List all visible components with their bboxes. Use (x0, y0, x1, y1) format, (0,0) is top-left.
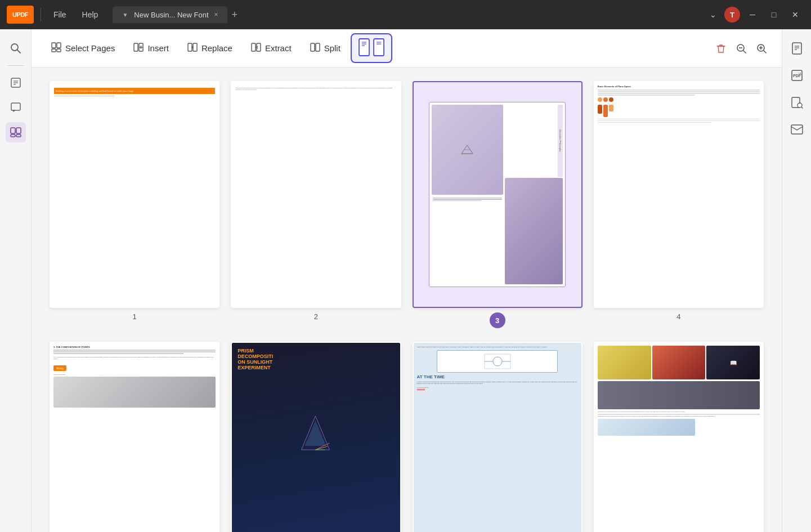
select-pages-button[interactable]: Select Pages (43, 37, 123, 60)
replace-label: Replace (201, 43, 232, 53)
zoom-out-button[interactable] (732, 39, 750, 57)
content-area: Select Pages Insert (32, 29, 782, 532)
sidebar-edit-icon[interactable] (6, 73, 26, 93)
organize-pages-icon (359, 38, 384, 59)
svg-rect-23 (311, 43, 315, 51)
page-item-5[interactable]: 3. THE COMPOSITION OF POINTS The composi… (50, 342, 219, 532)
svg-line-1 (17, 50, 20, 53)
left-sidebar (0, 29, 32, 532)
svg-rect-14 (57, 49, 61, 52)
maximize-button[interactable]: □ (765, 6, 783, 24)
sidebar-search-icon[interactable] (6, 38, 26, 59)
page-thumbnail-1[interactable]: Building environment information modelin… (50, 81, 219, 308)
insert-button[interactable]: Insert (125, 37, 177, 60)
close-button[interactable]: ✕ (786, 6, 804, 24)
svg-rect-21 (252, 43, 256, 51)
page-thumbnail-2[interactable]: If the process of 3D3 collector and prot… (231, 81, 401, 308)
select-pages-label: Select Pages (65, 43, 115, 53)
page-item-2[interactable]: If the process of 3D3 collector and prot… (231, 81, 401, 328)
split-icon (310, 42, 321, 55)
svg-rect-11 (52, 43, 56, 48)
svg-rect-9 (11, 135, 15, 137)
page-grid-container[interactable]: Building environment information modelin… (32, 68, 782, 532)
svg-rect-19 (188, 43, 192, 51)
page-thumbnail-6[interactable]: PRISMDECOMPOSITION SUNLIGHTEXPERIMENT (231, 342, 401, 532)
right-sidebar-search-doc-icon[interactable] (787, 92, 807, 113)
titlebar-right: ⌄ T ─ □ ✕ (705, 6, 804, 24)
svg-rect-6 (11, 103, 20, 110)
svg-rect-8 (16, 128, 21, 133)
svg-point-49 (493, 357, 502, 366)
extract-icon (250, 42, 262, 55)
current-tab[interactable]: ▼ New Busin... New Font × (113, 6, 227, 23)
titlebar: UPDF File Help ▼ New Busin... New Font ×… (0, 0, 811, 29)
right-sidebar-pdfa-icon[interactable]: PDF /A (787, 65, 807, 86)
svg-marker-40 (461, 145, 473, 154)
zoom-in-button[interactable] (752, 39, 770, 57)
page-thumbnail-4[interactable]: Basic Elements of Plane Space (594, 81, 764, 308)
tab-close-icon[interactable]: × (213, 10, 219, 20)
page-number-1: 1 (133, 312, 137, 321)
svg-rect-7 (11, 128, 15, 133)
svg-rect-20 (193, 43, 197, 51)
file-menu[interactable]: File (48, 8, 72, 21)
svg-rect-27 (374, 39, 384, 56)
page-thumbnail-3[interactable]: Geometric Philosophy (413, 81, 583, 308)
page-item-3[interactable]: Geometric Philosophy 3 (413, 81, 583, 328)
window-menu-icon[interactable]: ⌄ (705, 8, 721, 21)
app-logo: UPDF (7, 6, 34, 24)
svg-rect-10 (16, 135, 21, 137)
page-thumbnail-7[interactable]: These studies laid the foundation for th… (413, 342, 583, 532)
tab-title: New Busin... New Font (134, 11, 208, 19)
user-avatar[interactable]: T (724, 7, 740, 23)
right-sidebar-document-icon[interactable] (787, 38, 807, 59)
svg-rect-15 (134, 43, 138, 51)
page-number-4: 4 (676, 312, 680, 321)
insert-label: Insert (147, 43, 169, 53)
page-item-7[interactable]: These studies laid the foundation for th… (413, 342, 583, 532)
right-sidebar: PDF /A (782, 29, 811, 532)
insert-icon (133, 42, 144, 55)
page-number-badge-3: 3 (490, 312, 505, 328)
sidebar-organize-icon[interactable] (6, 122, 26, 142)
titlebar-divider (41, 8, 41, 21)
main-container: Select Pages Insert (0, 29, 811, 532)
split-label: Split (324, 43, 340, 53)
svg-line-35 (743, 51, 746, 53)
replace-icon (187, 42, 198, 55)
delete-button[interactable] (712, 39, 730, 57)
page-item-4[interactable]: Basic Elements of Plane Space (594, 81, 764, 328)
tab-area: ▼ New Busin... New Font × + (113, 6, 701, 23)
right-sidebar-envelope-icon[interactable] (787, 119, 807, 140)
sidebar-divider-1 (7, 65, 24, 66)
replace-button[interactable]: Replace (179, 37, 240, 60)
page-thumbnail-8[interactable]: 📖 This experiment can be making one and … (594, 342, 764, 532)
page-item-1[interactable]: Building environment information modelin… (50, 81, 219, 328)
svg-rect-24 (316, 43, 320, 51)
minimize-button[interactable]: ─ (743, 6, 761, 24)
svg-marker-44 (305, 421, 326, 446)
svg-line-39 (764, 51, 766, 53)
svg-rect-52 (792, 43, 801, 54)
page-item-8[interactable]: 📖 This experiment can be making one and … (594, 342, 764, 532)
extract-label: Extract (265, 43, 292, 53)
toolbar: Select Pages Insert (32, 29, 782, 68)
new-tab-button[interactable]: + (227, 7, 243, 23)
select-pages-icon (51, 42, 62, 55)
help-menu[interactable]: Help (77, 8, 104, 21)
svg-rect-12 (57, 43, 61, 48)
zoom-controls (712, 39, 770, 57)
split-button[interactable]: Split (302, 37, 348, 60)
sidebar-comment-icon[interactable] (6, 97, 26, 118)
page-item-6[interactable]: PRISMDECOMPOSITION SUNLIGHTEXPERIMENT (231, 342, 401, 532)
page-thumbnail-5[interactable]: 3. THE COMPOSITION OF POINTS The composi… (50, 342, 219, 532)
tab-arrow-icon[interactable]: ▼ (120, 10, 129, 19)
extract-button[interactable]: Extract (243, 37, 299, 60)
svg-rect-22 (257, 43, 261, 51)
page-number-2: 2 (314, 312, 318, 321)
svg-rect-62 (791, 125, 803, 134)
svg-line-61 (801, 107, 803, 108)
page-grid: Building environment information modelin… (50, 81, 764, 532)
organize-view-button[interactable] (351, 33, 392, 63)
svg-text:/A: /A (799, 72, 801, 75)
